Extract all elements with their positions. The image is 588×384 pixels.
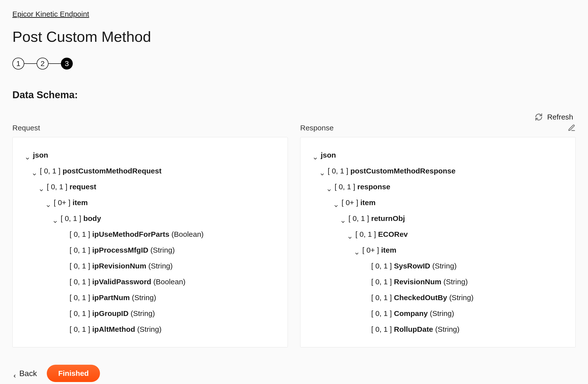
tree-node-label: [ 0, 1 ] ipProcessMfgID (String) — [70, 244, 175, 256]
tree-node: [ 0, 1 ] ipValidPassword (Boolean) — [25, 274, 275, 290]
tree-node-label: [ 0, 1 ] Company (String) — [371, 308, 454, 319]
tree-node[interactable]: [ 0+ ] item — [313, 242, 563, 258]
tree-node[interactable]: json — [313, 147, 563, 163]
tree-node[interactable]: [ 0+ ] item — [25, 195, 275, 211]
response-column: Response json[ 0, 1 ] postCustomMethodRe… — [300, 124, 576, 347]
refresh-label[interactable]: Refresh — [547, 113, 573, 121]
tree-node: [ 0, 1 ] SysRowID (String) — [313, 258, 563, 274]
tree-node-label: [ 0, 1 ] RevisionNum (String) — [371, 276, 468, 288]
tree-node-label: [ 0, 1 ] SysRowID (String) — [371, 260, 457, 272]
tree-node: [ 0, 1 ] ipUseMethodForParts (Boolean) — [25, 226, 275, 242]
tree-node: [ 0, 1 ] ipAltMethod (String) — [25, 321, 275, 337]
tree-node[interactable]: [ 0, 1 ] request — [25, 179, 275, 195]
tree-node-label: [ 0, 1 ] ipUseMethodForParts (Boolean) — [70, 228, 204, 240]
tree-node-label: [ 0, 1 ] request — [47, 181, 96, 193]
response-tree: json[ 0, 1 ] postCustomMethodResponse[ 0… — [300, 137, 576, 347]
refresh-icon[interactable] — [535, 113, 543, 121]
tree-node-label: [ 0, 1 ] response — [335, 181, 390, 193]
tree-node[interactable]: [ 0, 1 ] postCustomMethodResponse — [313, 163, 563, 179]
schema-heading: Data Schema: — [12, 89, 576, 100]
back-label: Back — [19, 369, 37, 378]
tree-node-label: [ 0, 1 ] ipAltMethod (String) — [70, 323, 162, 335]
tree-node: [ 0, 1 ] Company (String) — [313, 306, 563, 321]
step-connector — [49, 63, 61, 64]
chevron-down-icon[interactable] — [53, 216, 58, 221]
chevron-left-icon — [12, 371, 17, 376]
tree-node: [ 0, 1 ] ipGroupID (String) — [25, 306, 275, 321]
tree-node-label: [ 0+ ] item — [54, 197, 88, 209]
tree-node-label: [ 0, 1 ] CheckedOutBy (String) — [371, 292, 473, 304]
tree-node-label: [ 0, 1 ] ipRevisionNum (String) — [70, 260, 173, 272]
chevron-down-icon[interactable] — [354, 248, 359, 253]
back-button[interactable]: Back — [12, 369, 37, 378]
tree-node-label: [ 0, 1 ] returnObj — [348, 213, 405, 224]
step-2[interactable]: 2 — [37, 58, 49, 70]
tree-node-label: [ 0, 1 ] ipPartNum (String) — [70, 292, 156, 304]
tree-node-label: json — [33, 149, 48, 161]
tree-node[interactable]: [ 0, 1 ] response — [313, 179, 563, 195]
request-column: Request json[ 0, 1 ] postCustomMethodReq… — [12, 124, 288, 347]
tree-node-label: [ 0, 1 ] body — [61, 213, 101, 224]
tree-node: [ 0, 1 ] ipPartNum (String) — [25, 290, 275, 306]
tree-node[interactable]: [ 0, 1 ] ECORev — [313, 226, 563, 242]
finished-button[interactable]: Finished — [47, 365, 100, 382]
step-3[interactable]: 3 — [61, 58, 73, 70]
tree-node-label: [ 0, 1 ] ipValidPassword (Boolean) — [70, 276, 186, 288]
chevron-down-icon[interactable] — [320, 168, 325, 173]
tree-node: [ 0, 1 ] CheckedOutBy (String) — [313, 290, 563, 306]
chevron-down-icon[interactable] — [347, 232, 352, 237]
stepper: 1 2 3 — [12, 58, 576, 70]
chevron-down-icon[interactable] — [46, 200, 51, 205]
tree-node[interactable]: [ 0, 1 ] postCustomMethodRequest — [25, 163, 275, 179]
chevron-down-icon[interactable] — [334, 200, 339, 205]
step-1[interactable]: 1 — [12, 58, 24, 70]
page-title: Post Custom Method — [12, 28, 576, 45]
tree-node: [ 0, 1 ] ipRevisionNum (String) — [25, 258, 275, 274]
chevron-down-icon[interactable] — [327, 184, 332, 189]
breadcrumb-link[interactable]: Epicor Kinetic Endpoint — [12, 10, 89, 18]
request-title: Request — [12, 124, 40, 132]
tree-node-label: [ 0, 1 ] RollupDate (String) — [371, 323, 460, 335]
response-title: Response — [300, 124, 334, 132]
chevron-down-icon[interactable] — [32, 168, 37, 173]
tree-node-label: json — [321, 149, 336, 161]
tree-node-label: [ 0, 1 ] postCustomMethodRequest — [40, 165, 162, 177]
chevron-down-icon[interactable] — [341, 216, 345, 221]
chevron-down-icon[interactable] — [313, 153, 318, 158]
tree-node-label: [ 0+ ] item — [362, 244, 396, 256]
tree-node: [ 0, 1 ] ipProcessMfgID (String) — [25, 242, 275, 258]
chevron-down-icon[interactable] — [25, 153, 30, 158]
tree-node: [ 0, 1 ] RevisionNum (String) — [313, 274, 563, 290]
tree-node-label: [ 0, 1 ] ipGroupID (String) — [70, 308, 155, 319]
tree-node[interactable]: [ 0, 1 ] returnObj — [313, 211, 563, 226]
step-connector — [24, 63, 37, 64]
tree-node[interactable]: json — [25, 147, 275, 163]
tree-node-label: [ 0, 1 ] postCustomMethodResponse — [328, 165, 456, 177]
chevron-down-icon[interactable] — [39, 184, 44, 189]
tree-node[interactable]: [ 0, 1 ] body — [25, 211, 275, 226]
edit-icon[interactable] — [568, 124, 576, 132]
request-tree: json[ 0, 1 ] postCustomMethodRequest[ 0,… — [12, 137, 288, 347]
tree-node-label: [ 0+ ] item — [342, 197, 376, 209]
tree-node-label: [ 0, 1 ] ECORev — [355, 228, 408, 240]
tree-node: [ 0, 1 ] RollupDate (String) — [313, 321, 563, 337]
tree-node[interactable]: [ 0+ ] item — [313, 195, 563, 211]
